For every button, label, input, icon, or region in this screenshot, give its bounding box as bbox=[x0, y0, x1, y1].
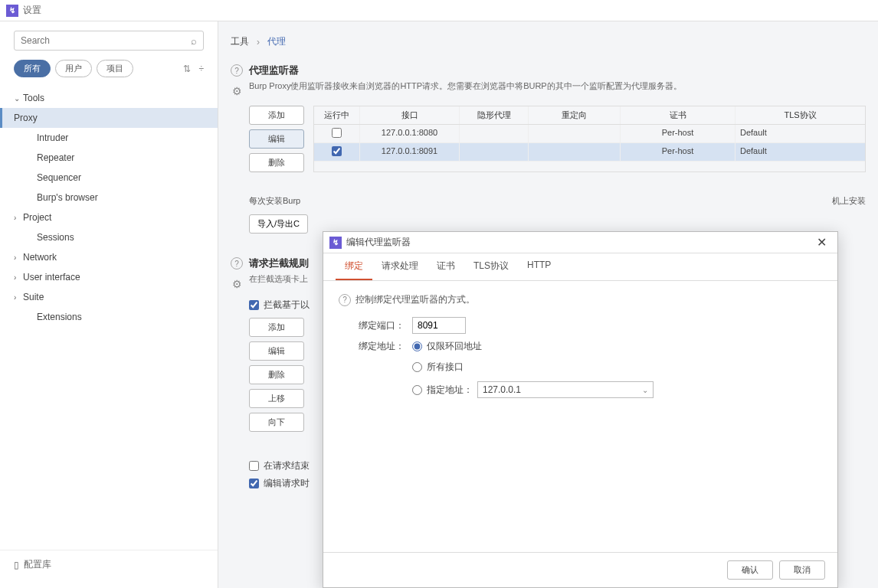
app-icon: ↯ bbox=[6, 5, 18, 17]
tab-tls[interactable]: TLS协议 bbox=[464, 253, 518, 280]
specific-address-select[interactable]: 127.0.0.1 ⌄ bbox=[477, 381, 654, 398]
tree-project[interactable]: Project bbox=[0, 207, 218, 227]
pill-project[interactable]: 项目 bbox=[97, 60, 133, 77]
sidebar-item-intruder[interactable]: Intruder bbox=[0, 128, 218, 148]
dialog-app-icon: ↯ bbox=[329, 237, 342, 249]
section-intercept-title: 请求拦截规则 bbox=[249, 256, 309, 270]
add-button[interactable]: 添加 bbox=[249, 106, 304, 125]
tree-network[interactable]: Network bbox=[0, 247, 218, 267]
sidebar-item-proxy[interactable]: Proxy bbox=[0, 108, 218, 128]
edit-button[interactable]: 编辑 bbox=[249, 129, 304, 149]
port-label: 绑定端口： bbox=[359, 319, 405, 332]
pill-user[interactable]: 用户 bbox=[55, 60, 92, 77]
pill-all[interactable]: 所有 bbox=[14, 60, 51, 77]
section2-desc: 在拦截选项卡上 bbox=[249, 273, 308, 285]
chevron-right-icon: › bbox=[257, 37, 260, 47]
config-library[interactable]: ▯ 配置库 bbox=[0, 550, 218, 579]
breadcrumb-tools[interactable]: 工具 bbox=[231, 35, 249, 48]
rule-down-button[interactable]: 向下 bbox=[249, 413, 304, 432]
section-desc: Burp Proxy使用监听器接收来自浏览器的HTTP请求。您需要在浏览器中将B… bbox=[249, 80, 682, 92]
expand-all-icon[interactable]: ⇅ bbox=[183, 64, 191, 74]
dialog-desc: 控制绑定代理监听器的方式。 bbox=[355, 293, 475, 306]
gear-icon[interactable]: ⚙ bbox=[231, 278, 243, 290]
cancel-button[interactable]: 取消 bbox=[779, 560, 825, 580]
ok-button[interactable]: 确认 bbox=[727, 560, 773, 580]
chevron-down-icon: ⌄ bbox=[642, 386, 648, 394]
col-invisible[interactable]: 隐形代理 bbox=[460, 106, 529, 124]
sidebar: ⌕ 所有 用户 项目 ⇅ ÷ Tools Proxy Intruder Repe… bbox=[0, 21, 218, 588]
help-icon[interactable]: ? bbox=[339, 294, 351, 306]
listeners-table: 运行中 接口 隐形代理 重定向 证书 TLS协议 127.0.0.1:8080 … bbox=[313, 106, 866, 172]
rule-add-button[interactable]: 添加 bbox=[249, 318, 304, 337]
col-interface[interactable]: 接口 bbox=[360, 106, 460, 124]
help-icon[interactable]: ? bbox=[231, 64, 243, 77]
table-row[interactable]: 127.0.0.1:8091 Per-host Default bbox=[314, 143, 865, 162]
col-redirect[interactable]: 重定向 bbox=[529, 106, 621, 124]
search-input[interactable]: ⌕ bbox=[14, 31, 204, 51]
breadcrumb-proxy[interactable]: 代理 bbox=[267, 35, 286, 48]
tab-certificate[interactable]: 证书 bbox=[428, 253, 464, 280]
radio-specific[interactable]: 指定地址： 127.0.0.1 ⌄ bbox=[412, 381, 654, 398]
dialog-title: 编辑代理监听器 bbox=[346, 236, 812, 249]
sidebar-item-sequencer[interactable]: Sequencer bbox=[0, 168, 218, 188]
close-icon[interactable]: ✕ bbox=[812, 235, 831, 250]
section-proxy-listeners-title: 代理监听器 bbox=[249, 64, 299, 77]
running-checkbox[interactable] bbox=[332, 128, 342, 138]
col-tls[interactable]: TLS协议 bbox=[735, 106, 865, 124]
radio-loopback[interactable]: 仅限环回地址 bbox=[412, 340, 654, 353]
sidebar-item-burps-browser[interactable]: Burp's browser bbox=[0, 188, 218, 207]
rule-delete-button[interactable]: 删除 bbox=[249, 365, 304, 384]
address-label: 绑定地址： bbox=[359, 340, 405, 353]
install-note-suffix: 机上安装 bbox=[832, 195, 866, 207]
sidebar-item-extensions[interactable]: Extensions bbox=[0, 307, 218, 327]
tree-tools[interactable]: Tools bbox=[0, 88, 218, 108]
tab-http[interactable]: HTTP bbox=[518, 253, 560, 280]
delete-button[interactable]: 删除 bbox=[249, 153, 304, 172]
collapse-all-icon[interactable]: ÷ bbox=[198, 64, 204, 74]
sidebar-item-sessions[interactable]: Sessions bbox=[0, 227, 218, 247]
bookmark-icon: ▯ bbox=[14, 560, 19, 570]
rule-edit-button[interactable]: 编辑 bbox=[249, 341, 304, 361]
tree-ui[interactable]: User interface bbox=[0, 267, 218, 287]
install-note: 每次安装Burp bbox=[249, 195, 300, 207]
tab-binding[interactable]: 绑定 bbox=[336, 253, 372, 280]
sidebar-item-repeater[interactable]: Repeater bbox=[0, 148, 218, 168]
app-title: 设置 bbox=[23, 4, 41, 17]
tree-suite[interactable]: Suite bbox=[0, 287, 218, 307]
import-export-button[interactable]: 导入/导出C bbox=[249, 214, 308, 234]
tab-request-handling[interactable]: 请求处理 bbox=[372, 253, 428, 280]
breadcrumb: 工具 › 代理 bbox=[231, 35, 866, 48]
radio-all-interfaces[interactable]: 所有接口 bbox=[412, 361, 654, 374]
running-checkbox[interactable] bbox=[332, 146, 342, 156]
help-icon[interactable]: ? bbox=[231, 257, 243, 270]
table-row[interactable]: 127.0.0.1:8080 Per-host Default bbox=[314, 125, 865, 143]
port-input[interactable] bbox=[412, 317, 466, 334]
app-titlebar: ↯ 设置 bbox=[0, 0, 878, 21]
col-running[interactable]: 运行中 bbox=[314, 106, 360, 124]
col-certificate[interactable]: 证书 bbox=[621, 106, 735, 124]
edit-listener-dialog: ↯ 编辑代理监听器 ✕ 绑定 请求处理 证书 TLS协议 HTTP ? 控制绑定… bbox=[323, 231, 838, 588]
search-field[interactable] bbox=[21, 35, 191, 46]
gear-icon[interactable]: ⚙ bbox=[231, 85, 243, 97]
search-icon: ⌕ bbox=[191, 35, 197, 47]
rule-up-button[interactable]: 上移 bbox=[249, 389, 304, 408]
